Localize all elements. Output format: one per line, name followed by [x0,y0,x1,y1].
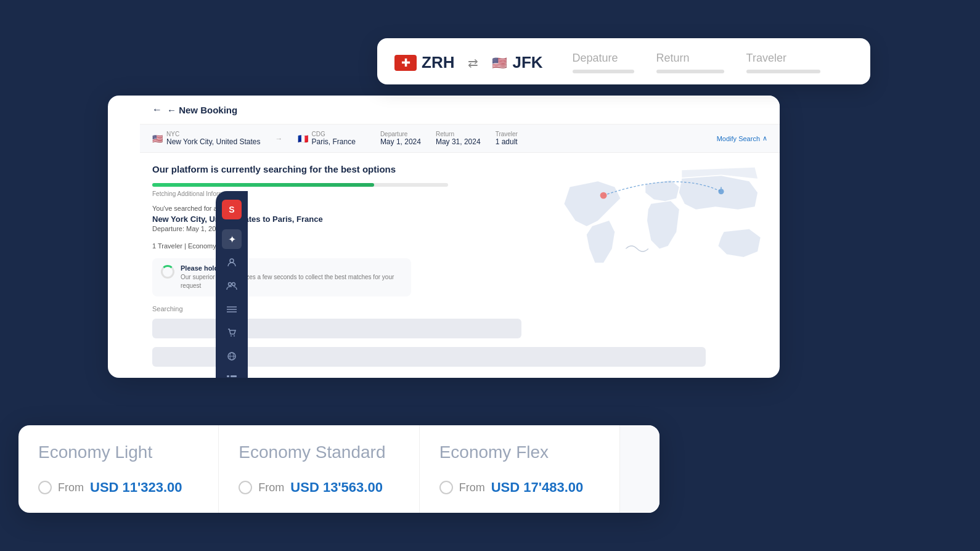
booking-header: ← ← New Booking [140,96,780,124]
fare-price-row-standard: From USD 13'563.00 [239,480,399,496]
fare-card-name-standard: Economy Standard [239,443,399,462]
to-code: CDG [312,131,356,137]
sidebar-item-user[interactable] [222,253,242,272]
fare-cards-container: Economy Light From USD 11'323.00 Economy… [18,425,659,513]
origin-code: ZRH [422,53,454,72]
from-label-standard: From [258,481,284,494]
fare-radio-light[interactable] [38,481,52,494]
origin-airport: ✚ ZRH [394,53,454,72]
return-detail: Return May 31, 2024 [436,131,481,146]
departure-label: Depature [573,52,618,65]
loading-spinner [161,265,174,279]
price-light: USD 11'323.00 [90,480,182,496]
departure-value: May 1, 2024 [380,137,421,146]
fare-card-economy-flex[interactable]: Economy Flex From USD 17'483.00 [420,425,620,513]
return-field[interactable]: Return [656,52,724,73]
svg-rect-11 [227,375,229,377]
fare-price-row-flex: From USD 17'483.00 [439,480,600,496]
svg-rect-12 [231,375,237,377]
sidebar-item-globe[interactable] [222,346,242,366]
departure-label: Departure [380,131,421,137]
fare-radio-standard[interactable] [239,481,252,494]
search-title: Our platform is currently searching for … [152,164,448,174]
please-hold-box: Please hold on tight Our superior search… [152,258,411,296]
flight-to: CDG Paris, France [312,131,356,146]
sidebar-item-list[interactable] [222,370,242,378]
fare-card-name-light: Economy Light [38,443,198,462]
sidebar: S ✦ [216,191,248,378]
from-label-flex: From [459,481,485,494]
flight-arrow: → [276,134,283,143]
back-arrow[interactable]: ← [152,104,162,115]
flight-info-bar: 🇺🇸 NYC New York City, United States → 🇫🇷… [140,124,780,153]
return-bar [656,70,724,73]
hold-text: Our superior search utilizes a few secon… [181,273,402,290]
traveler-value: 1 adult [496,137,518,146]
fare-radio-flex[interactable] [439,481,453,494]
sidebar-item-flights[interactable]: ✦ [222,229,242,249]
trip-route: New York City, United States to Paris, F… [152,214,448,224]
sidebar-item-cart[interactable] [222,323,242,343]
flight-from: NYC New York City, United States [166,131,261,146]
traveler-label: Traveler [496,131,518,137]
departure-field[interactable]: Depature [573,52,634,73]
swap-icon[interactable]: ⇄ [468,55,478,70]
svg-point-32 [718,189,724,194]
sidebar-item-groups[interactable] [222,276,242,296]
hold-title: Please hold on tight [181,264,402,272]
destination-airport: 🇺🇸 JFK [492,53,542,72]
price-standard: USD 13'563.00 [290,480,383,496]
return-label: Return [656,52,690,65]
sidebar-item-menu[interactable] [222,300,242,319]
sidebar-logo: S [222,200,242,219]
svg-point-31 [600,192,607,199]
traveler-detail: Traveler 1 adult [496,131,518,146]
booking-title: ← New Booking [167,105,237,115]
skeleton-bar-1 [152,319,521,338]
fare-card-extra [620,425,659,513]
origin-flag: ✚ [394,55,417,71]
trip-date: Departure: May 1, 2024 [152,225,448,232]
departure-bar [573,70,634,73]
from-label-light: From [58,481,84,494]
departure-detail: Departure May 1, 2024 [380,131,421,146]
destination-flag: 🇺🇸 [492,55,507,70]
main-booking-card: S ✦ [108,96,780,378]
price-flex: USD 17'483.00 [491,480,584,496]
searching-label: Searching [152,305,448,312]
svg-point-2 [232,283,235,286]
progress-bar-fill [152,183,374,187]
trip-traveler: 1 Traveler | Economy [152,242,448,250]
fare-price-row-light: From USD 11'323.00 [38,480,198,496]
svg-point-7 [234,335,235,337]
fare-card-economy-light[interactable]: Economy Light From USD 11'323.00 [18,425,219,513]
from-code: NYC [166,131,261,137]
fare-cards-section: Economy Light From USD 11'323.00 Economy… [18,425,659,513]
svg-point-1 [229,283,232,286]
return-label: Return [436,131,481,137]
to-city: Paris, France [312,137,356,146]
modify-search-button[interactable]: Modify Search ∧ [717,134,767,142]
traveler-field[interactable]: Traveler [746,52,820,73]
world-map [545,159,774,282]
traveler-bar [746,70,820,73]
fare-card-economy-standard[interactable]: Economy Standard From USD 13'563.00 [219,425,419,513]
svg-point-6 [231,335,232,337]
svg-point-0 [230,259,234,263]
fetching-label: Fetching Additional Information [152,190,448,197]
top-search-card: ✚ ZRH ⇄ 🇺🇸 JFK Depature Return Traveler [377,38,870,84]
fare-card-name-flex: Economy Flex [439,443,600,462]
traveler-label: Traveler [746,52,786,65]
round-trip-label: You've searched for a round trip [152,205,448,212]
destination-code: JFK [512,53,542,72]
return-value: May 31, 2024 [436,137,481,146]
progress-bar-wrap [152,183,448,187]
from-city: New York City, United States [166,137,261,146]
